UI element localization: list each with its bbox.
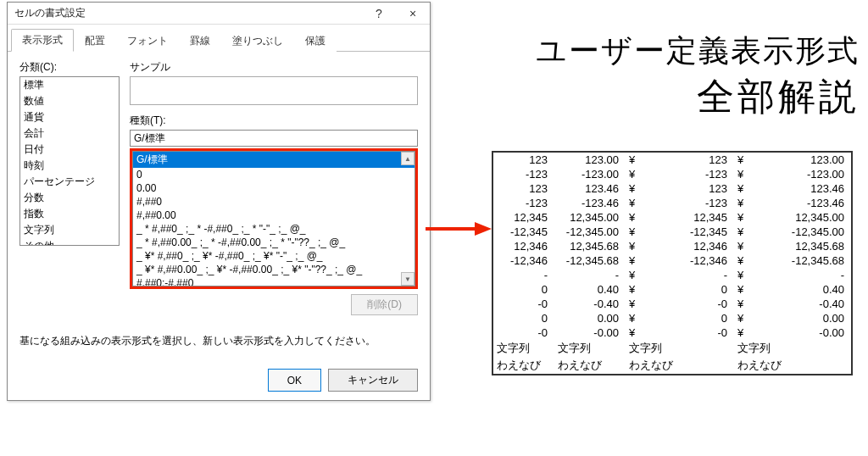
- format-item[interactable]: 0: [133, 168, 415, 181]
- table-row: --¥-¥-: [493, 268, 851, 282]
- result-table: 123123.00¥123¥123.00-123-123.00¥-123¥-12…: [492, 151, 853, 375]
- format-list-highlight: G/標準 0 0.00 #,##0 #,##0.00 _ * #,##0_ ;_…: [130, 148, 418, 289]
- table-row: -123-123.46¥-123¥-123.46: [493, 196, 851, 210]
- format-item[interactable]: #,##0: [133, 195, 415, 209]
- page-heading: ユーザー定義表示形式 全部解説: [536, 31, 860, 122]
- cat-text[interactable]: 文字列: [20, 222, 119, 238]
- titlebar: セルの書式設定 ? ×: [8, 3, 430, 25]
- sample-box: [130, 76, 418, 105]
- table-row: -0-0.40¥-0¥-0.40: [493, 297, 851, 311]
- table-row: -12,345-12,345.00¥-12,345¥-12,345.00: [493, 225, 851, 239]
- table-row: わえなびわえなびわえなびわえなび: [493, 357, 851, 374]
- format-cells-dialog: セルの書式設定 ? × 表示形式 配置 フォント 罫線 塗りつぶし 保護 分類(…: [7, 2, 431, 401]
- help-icon[interactable]: ?: [362, 3, 396, 25]
- table-row: 00.40¥0¥0.40: [493, 282, 851, 297]
- format-item[interactable]: _ * #,##0_ ;_ * -#,##0_ ;_ * "-"_ ;_ @_: [133, 222, 415, 236]
- cat-standard[interactable]: 標準: [20, 77, 119, 93]
- scroll-up-icon[interactable]: ▲: [401, 152, 415, 165]
- dialog-footer: OK キャンセル: [8, 360, 430, 400]
- type-input[interactable]: [130, 130, 418, 147]
- arrow-icon: [426, 220, 492, 237]
- delete-button: 削除(D): [351, 294, 418, 315]
- cat-time[interactable]: 時刻: [20, 158, 119, 174]
- tab-number-format[interactable]: 表示形式: [11, 29, 74, 52]
- cat-currency[interactable]: 通貨: [20, 109, 119, 125]
- scroll-down-icon[interactable]: ▼: [401, 272, 415, 286]
- format-item[interactable]: #,##0;-#,##0: [133, 276, 415, 286]
- table-row: 123123.46¥123¥123.46: [493, 181, 851, 196]
- tab-font[interactable]: フォント: [116, 30, 179, 52]
- category-label: 分類(C):: [19, 60, 120, 75]
- table-row: 12,34612,345.68¥12,346¥12,345.68: [493, 239, 851, 253]
- cat-scientific[interactable]: 指数: [20, 206, 119, 222]
- tab-protection[interactable]: 保護: [294, 30, 337, 52]
- type-label: 種類(T):: [130, 114, 418, 128]
- cat-number[interactable]: 数値: [20, 93, 119, 109]
- format-item[interactable]: _ ¥* #,##0.00_ ;_ ¥* -#,##0.00_ ;_ ¥* "-…: [133, 263, 415, 276]
- sample-label: サンプル: [130, 60, 418, 75]
- dialog-body: 分類(C): 標準 数値 通貨 会計 日付 時刻 パーセンテージ 分数 指数 文…: [8, 52, 430, 360]
- tab-border[interactable]: 罫線: [179, 30, 221, 52]
- category-list[interactable]: 標準 数値 通貨 会計 日付 時刻 パーセンテージ 分数 指数 文字列 その他 …: [19, 76, 120, 246]
- ok-button[interactable]: OK: [268, 369, 321, 392]
- format-item[interactable]: #,##0.00: [133, 209, 415, 222]
- table-row: -123-123.00¥-123¥-123.00: [493, 167, 851, 181]
- format-item[interactable]: 0.00: [133, 181, 415, 195]
- table-row: -0-0.00¥-0¥-0.00: [493, 325, 851, 340]
- cat-other[interactable]: その他: [20, 238, 119, 246]
- table-row: -12,346-12,345.68¥-12,346¥-12,345.68: [493, 253, 851, 268]
- cat-accounting[interactable]: 会計: [20, 125, 119, 142]
- cancel-button[interactable]: キャンセル: [328, 369, 418, 392]
- format-list[interactable]: G/標準 0 0.00 #,##0 #,##0.00 _ * #,##0_ ;_…: [132, 151, 415, 286]
- cat-date[interactable]: 日付: [20, 142, 119, 158]
- table-row: 12,34512,345.00¥12,345¥12,345.00: [493, 210, 851, 225]
- format-item[interactable]: G/標準: [133, 152, 415, 168]
- heading-line1: ユーザー定義表示形式: [536, 31, 860, 72]
- dialog-title: セルの書式設定: [14, 6, 362, 20]
- table-row: 00.00¥0¥0.00: [493, 311, 851, 325]
- format-item[interactable]: _ * #,##0.00_ ;_ * -#,##0.00_ ;_ * "-"??…: [133, 236, 415, 249]
- format-item[interactable]: _ ¥* #,##0_ ;_ ¥* -#,##0_ ;_ ¥* "-"_ ;_ …: [133, 249, 415, 263]
- hint-text: 基になる組み込みの表示形式を選択し、新しい表示形式を入力してください。: [19, 334, 418, 348]
- tab-strip: 表示形式 配置 フォント 罫線 塗りつぶし 保護: [8, 28, 430, 52]
- table-row: 123123.00¥123¥123.00: [493, 153, 851, 167]
- table-row: 文字列文字列文字列文字列: [493, 340, 851, 357]
- tab-fill[interactable]: 塗りつぶし: [221, 30, 294, 52]
- svg-marker-1: [475, 222, 492, 236]
- close-icon[interactable]: ×: [396, 3, 430, 25]
- tab-alignment[interactable]: 配置: [74, 30, 116, 52]
- heading-line2: 全部解説: [536, 72, 860, 122]
- cat-percentage[interactable]: パーセンテージ: [20, 174, 119, 190]
- cat-fraction[interactable]: 分数: [20, 190, 119, 206]
